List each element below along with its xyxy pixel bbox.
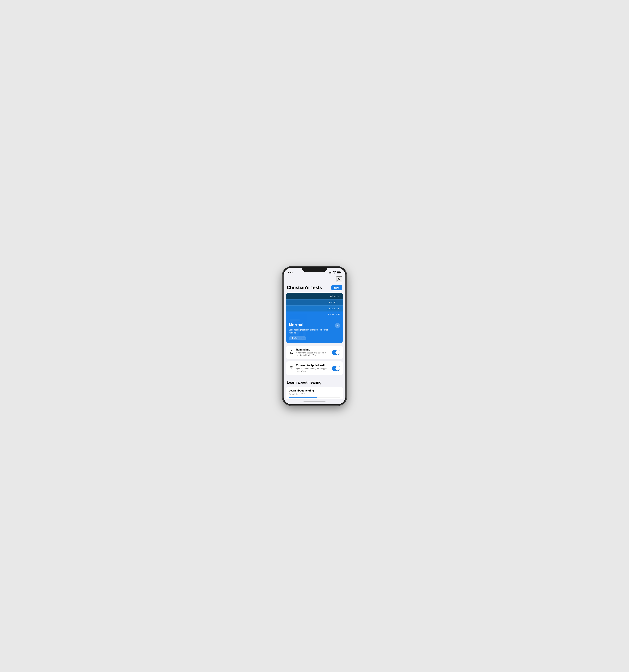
learn-card-title: Learn about hearing	[289, 389, 340, 392]
heart-icon	[289, 366, 294, 370]
bell-icon-wrapper	[289, 350, 294, 355]
learn-progress-bar	[289, 397, 340, 398]
svg-point-11	[292, 338, 293, 338]
status-time: 9:41	[288, 271, 293, 274]
learn-card[interactable]: Learn about hearing Completed 10/18	[286, 387, 343, 399]
health-toggle[interactable]	[332, 366, 340, 371]
remind-card: Remind me A year have passed and it's ti…	[286, 345, 343, 359]
status-icons	[329, 271, 341, 273]
health-card: Connect to Apple Health Sync your lates …	[286, 361, 343, 375]
test-date-1: 23.06.2021	[327, 301, 339, 304]
test-row-2[interactable]: 23.12.2022 ›	[286, 306, 343, 311]
result-label: Normal	[289, 322, 335, 328]
phone-frame: 9:41	[282, 267, 347, 405]
chevron-right-icon-1: ›	[339, 301, 340, 304]
arrow-circle[interactable]: ›	[335, 323, 340, 328]
remind-text: Remind me A year have passed and it's ti…	[296, 348, 330, 357]
current-test-text: Normal Your hearing test results indicat…	[289, 322, 335, 340]
heart-icon-wrapper	[289, 366, 294, 371]
new-button[interactable]: New	[331, 285, 342, 290]
svg-rect-1	[330, 272, 331, 273]
header	[283, 275, 346, 284]
home-indicator	[283, 399, 346, 404]
home-bar	[304, 401, 325, 402]
test-date-2: 23.12.2022	[327, 307, 339, 310]
chevron-right-icon: ›	[339, 295, 340, 297]
person-icon	[337, 277, 342, 282]
phone-wrapper: 9:41	[282, 267, 347, 405]
learn-progress-fill	[289, 397, 317, 398]
wifi-icon	[333, 271, 336, 273]
earphone-icon	[291, 337, 293, 340]
scroll-content[interactable]: Christian's Tests New All tests › 23.06.…	[283, 275, 346, 399]
earphone-label: Wired In-ear	[294, 337, 305, 339]
remind-title: Remind me	[296, 348, 330, 351]
battery-icon	[337, 271, 341, 273]
current-test-content: Normal Your hearing test results indicat…	[286, 316, 343, 343]
title-row: Christian's Tests New	[283, 284, 346, 293]
svg-point-7	[338, 278, 340, 279]
earphone-badge: Wired In-ear	[289, 336, 306, 340]
result-desc: Your hearing test results indicates norm…	[289, 328, 335, 334]
notch	[302, 267, 327, 272]
phone-screen: 9:41	[283, 268, 346, 404]
remind-desc: A year have passed and it's time to take…	[296, 352, 330, 357]
all-tests-label: All tests	[330, 295, 339, 297]
svg-rect-3	[332, 271, 332, 273]
chevron-right-icon-2: ›	[339, 307, 340, 310]
learn-card-subtitle: Completed 10/18	[289, 393, 340, 395]
page-title: Christian's Tests	[287, 285, 322, 290]
bell-icon	[289, 350, 294, 355]
arrow-right-icon: ›	[337, 324, 338, 327]
svg-rect-0	[329, 272, 330, 273]
all-tests-row[interactable]: All tests ›	[286, 293, 343, 299]
current-test-date: Today 14:23	[328, 313, 340, 316]
signal-icon	[329, 271, 332, 273]
svg-rect-2	[331, 272, 331, 273]
tests-card: All tests › 23.06.2021 › 23.12.2022 ›	[286, 293, 343, 343]
profile-button[interactable]	[336, 277, 342, 282]
health-title: Connect to Apple Health	[296, 364, 330, 367]
svg-point-10	[291, 338, 292, 338]
health-desc: Sync your lates Audiogram to Apple Healt…	[296, 367, 330, 373]
remind-toggle[interactable]	[332, 350, 340, 355]
svg-rect-5	[341, 272, 341, 273]
svg-rect-6	[337, 272, 340, 273]
health-text: Connect to Apple Health Sync your lates …	[296, 364, 330, 373]
test-row-1[interactable]: 23.06.2021 ›	[286, 299, 343, 306]
current-test-card[interactable]: 5 0 Today 14:23 Normal Your hearing test…	[286, 311, 343, 343]
learn-section-heading: Learn about hearing	[283, 377, 346, 387]
